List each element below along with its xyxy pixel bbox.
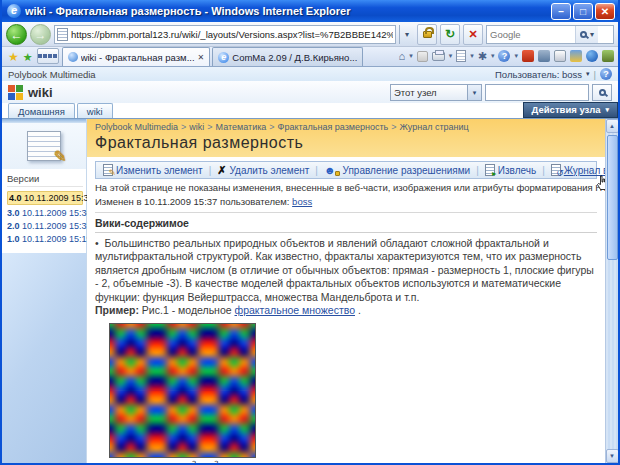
- quick-tabs-button[interactable]: [37, 48, 59, 64]
- page-body: ✎Изменить элемент| ✗Удалить элемент| ☻Уп…: [87, 157, 605, 463]
- print-dropdown-icon[interactable]: ▾: [449, 48, 453, 64]
- bluetooth-icon[interactable]: [586, 50, 598, 62]
- address-field[interactable]: https://pbmm.portal123.ru/wiki/_layouts/…: [54, 25, 396, 44]
- divider: |: [594, 69, 596, 80]
- scroll-up-button[interactable]: ▲: [606, 119, 619, 133]
- refresh-button[interactable]: ↻: [440, 24, 460, 45]
- home-icon[interactable]: ⌂: [399, 48, 406, 64]
- maximize-button[interactable]: □: [573, 3, 593, 20]
- modified-line: Изменен в 10.11.2009 15:37 пользователем…: [95, 196, 597, 207]
- tab-label[interactable]: wiki - Фрактальная разм...: [81, 52, 195, 63]
- check-out-button[interactable]: ►Извлечь|: [482, 164, 548, 176]
- help-dropdown-icon[interactable]: ▾: [514, 48, 518, 64]
- fractal-figure: Ni,j := mod(i2 + j3, 5): [109, 323, 256, 463]
- edit-item-button[interactable]: ✎Изменить элемент|: [100, 164, 214, 176]
- tools-icon[interactable]: ✱: [478, 48, 487, 64]
- scroll-down-button[interactable]: ▼: [606, 449, 619, 463]
- page-icon: [57, 28, 68, 41]
- modified-user-link[interactable]: boss: [292, 196, 312, 207]
- breadcrumb-link[interactable]: Polybook Multimedia: [95, 122, 178, 132]
- minimize-button[interactable]: –: [551, 3, 571, 20]
- site-search-button[interactable]: [592, 84, 612, 101]
- tab-label[interactable]: ComMa 2.09 / Д.В.Кирьяно...: [232, 52, 357, 63]
- search-go-button[interactable]: ▾: [575, 26, 598, 43]
- breadcrumb-link[interactable]: Фрактальная размерность: [278, 122, 389, 132]
- version-date[interactable]: 10.11.2009 15:19: [22, 234, 91, 244]
- portal-help-icon[interactable]: ?: [600, 68, 612, 80]
- tab-wiki[interactable]: wiki - Фрактальная разм... ✕: [62, 47, 211, 66]
- extension-icon-2[interactable]: [538, 50, 550, 62]
- address-dropdown-button[interactable]: ▾: [399, 25, 414, 44]
- extension-icon-3[interactable]: [554, 50, 566, 62]
- version-date[interactable]: 10.11.2009 15:31: [22, 221, 91, 231]
- tab-comma[interactable]: e ComMa 2.09 / Д.В.Кирьяно...: [212, 47, 363, 66]
- scope-dropdown-icon[interactable]: ▾: [467, 85, 481, 100]
- extension-icon-1[interactable]: [522, 50, 534, 62]
- extension-icon-5[interactable]: [602, 50, 614, 62]
- fractal-set-link[interactable]: фрактальное множество: [235, 304, 356, 316]
- pencil-icon: ✎: [54, 147, 67, 166]
- site-title[interactable]: wiki: [28, 85, 53, 100]
- scrollbar-thumb[interactable]: [607, 135, 618, 260]
- home-dropdown-icon[interactable]: ▾: [409, 48, 413, 64]
- check-out-icon: ►: [485, 164, 495, 176]
- version-number[interactable]: 2.0: [7, 221, 20, 231]
- version-number[interactable]: 4.0: [9, 193, 22, 203]
- nav-tab-wiki[interactable]: wiki: [77, 103, 113, 118]
- portal-name[interactable]: Polybook Multimedia: [8, 69, 96, 80]
- search-scope-select[interactable]: Этот узел ▾: [390, 84, 482, 101]
- page-title: Фрактальная размерность: [95, 134, 597, 152]
- versions-header: Версии: [7, 173, 83, 187]
- close-button[interactable]: ✕: [595, 3, 615, 20]
- tab-favicon-ie: e: [218, 52, 229, 63]
- version-number[interactable]: 3.0: [7, 208, 20, 218]
- version-history-button[interactable]: ↺ Журнал версий|: [548, 164, 605, 176]
- site-logo-icon: [8, 85, 23, 100]
- page-dropdown-icon[interactable]: ▾: [470, 48, 474, 64]
- wiki-content-heading: Вики-содержимое: [95, 217, 597, 233]
- version-item[interactable]: 2.0 10.11.2009 15:31: [7, 221, 83, 231]
- user-menu[interactable]: Пользователь: boss: [495, 69, 582, 80]
- search-dropdown-icon[interactable]: ▾: [590, 30, 594, 39]
- breadcrumb-link[interactable]: Математика: [216, 122, 267, 132]
- print-icon[interactable]: [432, 52, 445, 61]
- favorites-star-icon[interactable]: ★: [6, 48, 21, 66]
- site-actions-button[interactable]: Действия узла ▾: [523, 102, 618, 118]
- version-number[interactable]: 1.0: [7, 234, 20, 244]
- add-favorite-icon[interactable]: ★: [21, 48, 35, 66]
- breadcrumb-separator: >: [181, 122, 186, 132]
- tab-close-icon[interactable]: ✕: [198, 53, 205, 62]
- version-item[interactable]: 3.0 10.11.2009 15:36: [7, 208, 83, 218]
- security-lock-button[interactable]: [417, 24, 437, 45]
- stop-button[interactable]: ✕: [463, 24, 483, 45]
- web-search-input[interactable]: [487, 29, 575, 40]
- extension-icon-4[interactable]: [570, 50, 582, 62]
- delete-item-button[interactable]: ✗Удалить элемент|: [214, 164, 321, 177]
- version-item-current[interactable]: 4.0 10.11.2009 15:37: [7, 191, 83, 205]
- figure-caption: Ni,j := mod(i2 + j3, 5): [109, 460, 256, 463]
- tools-dropdown-icon[interactable]: ▾: [491, 48, 495, 64]
- help-icon[interactable]: ?: [498, 50, 510, 62]
- manage-permissions-button[interactable]: ☻Управление разрешениями|: [321, 164, 482, 176]
- vertical-scrollbar[interactable]: ▲ ▼: [605, 119, 618, 463]
- forward-button[interactable]: →: [30, 24, 51, 45]
- breadcrumb-link[interactable]: wiki: [189, 122, 204, 132]
- sidebar-background: [2, 253, 86, 463]
- page-menu-icon[interactable]: [456, 50, 466, 62]
- version-date[interactable]: 10.11.2009 15:36: [22, 208, 91, 218]
- url-text[interactable]: https://pbmm.portal123.ru/wiki/_layouts/…: [71, 29, 393, 40]
- breadcrumb-current: Журнал страниц: [400, 122, 469, 132]
- web-search-box[interactable]: ▾: [486, 25, 614, 44]
- example-tail: .: [355, 304, 361, 316]
- search-icon: [580, 31, 587, 38]
- site-search-input[interactable]: [485, 84, 589, 101]
- user-dropdown-icon[interactable]: ▾: [586, 70, 590, 78]
- nav-tab-home[interactable]: Домашняя: [8, 103, 75, 118]
- site-search: Этот узел ▾: [390, 84, 612, 101]
- edit-item-icon: ✎: [103, 164, 113, 176]
- back-button[interactable]: ←: [6, 24, 27, 45]
- rss-feed-icon[interactable]: [417, 51, 428, 62]
- notice-text: На этой странице не показаны изменения, …: [95, 182, 605, 193]
- version-item[interactable]: 1.0 10.11.2009 15:19: [7, 234, 83, 244]
- versions-list: Версии 4.0 10.11.2009 15:37 3.0 10.11.20…: [2, 169, 86, 253]
